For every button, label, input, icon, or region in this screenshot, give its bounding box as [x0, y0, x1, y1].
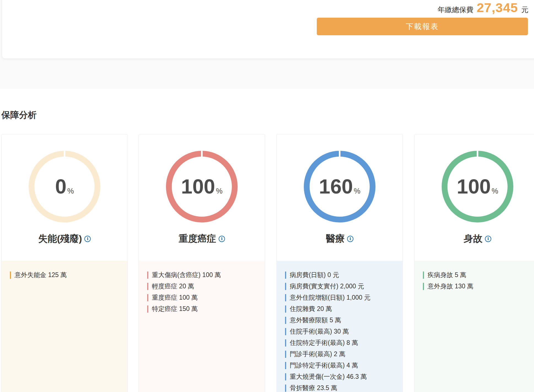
list-item: 意外醫療限額 5 萬 [285, 315, 400, 326]
item-text: 意外醫療限額 5 萬 [290, 316, 341, 324]
coverage-items: 重大傷病(含癌症) 100 萬輕度癌症 20 萬重度癌症 100 萬特定癌症 1… [139, 261, 265, 392]
list-item: 門診特定手術(最高) 4 萬 [285, 360, 400, 371]
coverage-items: 疾病身故 5 萬意外身故 130 萬 [415, 261, 534, 392]
premium-unit: 元 [521, 5, 528, 15]
coverage-card-severe-cancer: 100 % 重度癌症 i 重大傷病(含癌症) 100 萬輕度癌症 20 萬重度癌… [139, 134, 265, 392]
info-icon[interactable]: i [347, 236, 353, 242]
item-text: 病房費(實支實付) 2,000 元 [290, 282, 364, 291]
item-text: 住院特定手術(最高) 8 萬 [290, 339, 358, 347]
gauge-ring: 0 % [29, 151, 100, 222]
premium-label: 年繳總保費 [438, 5, 473, 15]
info-icon[interactable]: i [84, 236, 91, 242]
list-item: 住院手術(最高) 30 萬 [285, 326, 400, 337]
card-title-row: 醫療 i [277, 232, 402, 245]
gauge-percent: 100 [181, 176, 215, 197]
item-text: 病房費(日額) 0 元 [290, 271, 339, 279]
gauge-percent: 0 [55, 176, 66, 197]
card-title: 醫療 [326, 232, 345, 245]
list-item: 骨折醫療 23.5 萬 [285, 382, 400, 392]
coverage-items: 意外失能金 125 萬 [2, 261, 127, 392]
info-icon[interactable]: i [485, 236, 491, 242]
item-accent-bar [285, 294, 286, 301]
card-title-row: 身故 i [415, 232, 534, 245]
item-accent-bar [285, 373, 286, 380]
card-title: 失能(殘廢) [38, 232, 82, 245]
gauge-value: 100 % [447, 157, 508, 217]
item-text: 住院手術(最高) 30 萬 [290, 327, 349, 336]
item-text: 骨折醫療 23.5 萬 [290, 384, 337, 392]
list-item: 住院特定手術(最高) 8 萬 [285, 337, 400, 348]
list-item: 住院雜費 20 萬 [285, 303, 400, 315]
gauge-value: 100 % [172, 157, 232, 217]
card-title: 身故 [464, 232, 482, 245]
item-accent-bar [285, 272, 286, 279]
item-accent-bar [285, 362, 286, 369]
page: 年繳總保費 27,345 元 下載報表 保障分析 0 % 失能(殘廢) i 意外… [0, 0, 534, 392]
item-text: 重大燒燙傷(一次金) 46.3 萬 [290, 372, 367, 381]
item-text: 住院雜費 20 萬 [290, 305, 332, 313]
card-title: 重度癌症 [179, 232, 216, 245]
item-accent-bar [285, 328, 286, 335]
item-accent-bar [285, 317, 286, 324]
item-accent-bar [147, 294, 148, 301]
gauge-percent-unit: % [67, 187, 74, 195]
item-accent-bar [285, 385, 286, 392]
gauge-percent-unit: % [492, 187, 498, 195]
download-report-button[interactable]: 下載報表 [317, 18, 528, 35]
item-accent-bar [423, 283, 424, 290]
item-text: 意外失能金 125 萬 [15, 271, 67, 279]
item-accent-bar [285, 351, 286, 358]
item-text: 重大傷病(含癌症) 100 萬 [152, 271, 221, 279]
coverage-card-death: 100 % 身故 i 疾病身故 5 萬意外身故 130 萬 [414, 134, 534, 392]
item-accent-bar [10, 272, 11, 279]
page-title: 保障分析 [1, 109, 37, 121]
gauge-ring: 100 % [442, 151, 513, 222]
list-item: 意外失能金 125 萬 [10, 269, 125, 281]
list-item: 重度癌症 100 萬 [147, 292, 262, 303]
item-text: 重度癌症 100 萬 [152, 293, 198, 302]
gauge-percent: 100 [457, 176, 491, 197]
list-item: 特定癌症 150 萬 [147, 303, 262, 315]
gauge-percent-unit: % [354, 187, 360, 195]
coverage-card-disability: 0 % 失能(殘廢) i 意外失能金 125 萬 [1, 134, 128, 392]
gauge-value: 160 % [310, 157, 370, 217]
item-text: 疾病身故 5 萬 [428, 271, 466, 279]
item-text: 特定癌症 150 萬 [152, 305, 198, 313]
item-accent-bar [147, 305, 148, 313]
list-item: 疾病身故 5 萬 [423, 269, 534, 281]
list-item: 輕度癌症 20 萬 [147, 281, 262, 292]
list-item: 重大燒燙傷(一次金) 46.3 萬 [285, 371, 400, 382]
list-item: 病房費(日額) 0 元 [285, 269, 400, 281]
item-accent-bar [285, 339, 286, 347]
card-title-row: 失能(殘廢) i [2, 232, 127, 245]
gauge-ring: 160 % [304, 151, 375, 222]
list-item: 意外身故 130 萬 [423, 281, 534, 292]
premium-value: 27,345 [477, 0, 518, 15]
info-icon[interactable]: i [219, 236, 225, 242]
coverage-card-medical: 160 % 醫療 i 病房費(日額) 0 元病房費(實支實付) 2,000 元意… [277, 134, 403, 392]
item-text: 輕度癌症 20 萬 [152, 282, 194, 291]
item-text: 意外身故 130 萬 [428, 282, 473, 291]
list-item: 門診手術(最高) 2 萬 [285, 348, 400, 360]
gauge-value: 0 % [34, 157, 95, 217]
card-title-row: 重度癌症 i [139, 232, 265, 245]
list-item: 病房費(實支實付) 2,000 元 [285, 281, 400, 292]
gauge-percent: 160 [319, 176, 353, 197]
item-accent-bar [147, 272, 148, 279]
list-item: 意外住院增額(日額) 1,000 元 [285, 292, 400, 303]
item-accent-bar [147, 283, 148, 290]
item-accent-bar [285, 305, 286, 313]
gauge-ring: 100 % [166, 151, 238, 222]
item-text: 意外住院增額(日額) 1,000 元 [290, 293, 371, 302]
item-text: 門診特定手術(最高) 4 萬 [290, 361, 358, 370]
coverage-items: 病房費(日額) 0 元病房費(實支實付) 2,000 元意外住院增額(日額) 1… [277, 261, 402, 392]
item-accent-bar [285, 283, 286, 290]
item-accent-bar [423, 272, 424, 279]
list-item: 重大傷病(含癌症) 100 萬 [147, 269, 262, 281]
gauge-percent-unit: % [216, 187, 222, 195]
item-text: 門診手術(最高) 2 萬 [290, 350, 345, 358]
annual-premium: 年繳總保費 27,345 元 [438, 0, 528, 15]
